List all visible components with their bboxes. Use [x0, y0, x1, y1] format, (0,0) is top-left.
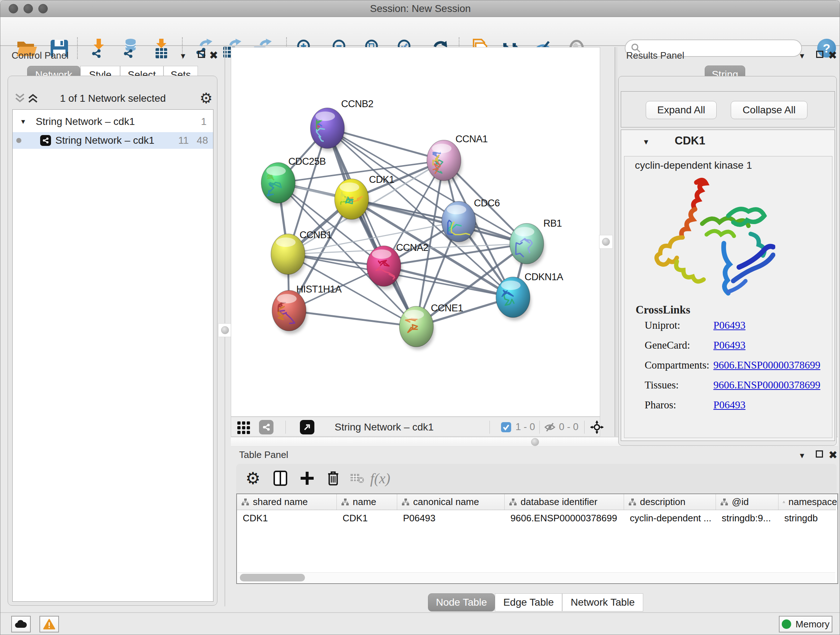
collapse-all-button[interactable]: Collapse All: [731, 101, 807, 119]
column-type-icon: [241, 498, 249, 506]
column-header[interactable]: shared name: [237, 494, 337, 510]
expand-collapse-box: Expand All Collapse All: [621, 91, 835, 127]
network-node[interactable]: [335, 179, 370, 222]
network-node[interactable]: [272, 290, 307, 334]
table-cell[interactable]: stringdb:9...: [716, 510, 778, 526]
network-collection-row[interactable]: ▼ String Network – cdk1 1: [13, 113, 213, 130]
collapse-panel-icon[interactable]: ▾: [181, 51, 185, 60]
birds-eye-view-icon[interactable]: [590, 420, 604, 434]
options-gear-icon[interactable]: ⚙: [200, 90, 213, 106]
network-node[interactable]: [496, 277, 531, 320]
collapse-panel-icon[interactable]: ▾: [800, 51, 804, 60]
crosslinks-title: CrossLinks: [636, 303, 690, 317]
collapse-panel-icon[interactable]: ▾: [800, 451, 804, 460]
crosslink-link[interactable]: P06493: [714, 339, 745, 351]
expand-all-button[interactable]: Expand All: [646, 101, 717, 119]
close-panel-icon[interactable]: ✖: [829, 450, 837, 461]
column-type-icon: [783, 498, 785, 506]
app-window: Session: New Session: [0, 0, 840, 635]
horizontal-splitter-handle[interactable]: [531, 438, 539, 446]
crosslink-label: Uniprot:: [645, 319, 680, 331]
grid-view-icon[interactable]: [237, 421, 251, 435]
network-node[interactable]: [310, 108, 346, 151]
network-row-selected[interactable]: String Network – cdk1 11 48: [13, 132, 213, 149]
memory-label: Memory: [796, 619, 829, 630]
hidden-eye-icon: [544, 422, 556, 432]
network-view-toolbar: String Network – cdk1 1 - 0 0 - 0: [231, 417, 600, 437]
crosslink-link[interactable]: 9606.ENSP00000378699: [714, 379, 821, 391]
left-splitter-handle[interactable]: [218, 323, 232, 337]
network-node[interactable]: [427, 140, 462, 184]
tab-edge-table[interactable]: Edge Table: [495, 593, 562, 611]
column-header[interactable]: canonical name: [397, 494, 505, 510]
crosslink-label: GeneCard:: [645, 339, 690, 351]
float-panel-icon[interactable]: [198, 51, 205, 58]
network-view[interactable]: CCNB2CCNA1CDC25BCDK1CDC6RB1CCNB1CCNA2CDK…: [231, 47, 600, 417]
column-header[interactable]: description: [624, 494, 716, 510]
create-column-icon[interactable]: [295, 467, 319, 490]
open-in-window-icon[interactable]: [300, 420, 314, 434]
close-panel-icon[interactable]: ✖: [828, 50, 837, 61]
node-label: CDKN1A: [524, 272, 563, 282]
table-cell[interactable]: cyclin-dependent ...: [624, 510, 716, 526]
network-view-title: String Network – cdk1: [335, 417, 434, 437]
node-table[interactable]: shared namenamecanonical namedatabase id…: [236, 494, 838, 584]
table-cell[interactable]: 9606.ENSP00000378699: [505, 510, 624, 526]
tab-node-table[interactable]: Node Table: [428, 593, 495, 611]
control-panel-title: Control Panel: [11, 50, 69, 61]
table-hscrollbar[interactable]: [238, 572, 835, 583]
network-node[interactable]: [271, 234, 306, 277]
column-header[interactable]: database identifier: [505, 494, 624, 510]
title-bar: Session: New Session: [0, 0, 840, 17]
string-style-icon[interactable]: [259, 420, 273, 434]
table-cell[interactable]: P06493: [397, 510, 505, 526]
table-cell[interactable]: stringdb: [778, 510, 837, 526]
cloud-status-button[interactable]: [11, 616, 31, 632]
toolbar-divider: [489, 421, 490, 434]
maximize-window-icon[interactable]: [38, 4, 48, 13]
column-header[interactable]: namespace: [778, 494, 837, 510]
column-header[interactable]: name: [337, 494, 397, 510]
network-node[interactable]: [261, 163, 296, 206]
network-edge[interactable]: [327, 128, 416, 326]
table-cell[interactable]: CDK1: [337, 510, 397, 526]
main-toolbar: ?: [0, 17, 840, 46]
right-splitter[interactable]: [615, 47, 615, 437]
crosslink-link[interactable]: P06493: [714, 399, 745, 411]
table-cell[interactable]: CDK1: [237, 510, 337, 526]
show-columns-icon[interactable]: [269, 467, 292, 490]
table-options-gear-icon[interactable]: ⚙: [241, 467, 264, 490]
column-type-icon: [628, 498, 636, 506]
network-node[interactable]: [442, 201, 477, 245]
node-label: CCNB1: [300, 230, 332, 241]
hscrollbar-thumb[interactable]: [240, 574, 305, 581]
float-panel-icon[interactable]: [816, 51, 823, 58]
protein-structure-image: [642, 176, 775, 303]
toolbar-divider: [286, 421, 286, 434]
close-panel-icon[interactable]: ✖: [209, 50, 218, 61]
network-edge[interactable]: [289, 310, 416, 326]
right-splitter-handle[interactable]: [599, 235, 613, 249]
protein-section: ▼ CDK1 cyclin-dependent kinase 1: [621, 130, 835, 441]
float-panel-icon[interactable]: [816, 450, 823, 458]
tab-network-table[interactable]: Network Table: [562, 593, 643, 611]
network-node[interactable]: [399, 306, 434, 350]
crosslink-label: Compartments:: [645, 359, 709, 371]
edge-count: 48: [197, 135, 208, 146]
warning-icon: [43, 619, 55, 630]
warning-status-button[interactable]: [39, 616, 59, 632]
section-expander-icon[interactable]: ▼: [643, 138, 650, 146]
column-header[interactable]: @id: [716, 494, 778, 510]
table-row[interactable]: CDK1CDK1P064939606.ENSP00000378699cyclin…: [237, 510, 836, 526]
close-window-icon[interactable]: [9, 4, 18, 13]
selected-checkbox-icon[interactable]: [501, 422, 512, 432]
protein-details: cyclin-dependent kinase 1: [624, 156, 832, 438]
table-panel: Table Panel ▾ ✖ ⚙ f(x) shared namenameca…: [235, 448, 838, 612]
crosslink-link[interactable]: 9606.ENSP00000378699: [714, 359, 821, 371]
network-node[interactable]: [510, 223, 545, 267]
memory-button[interactable]: Memory: [779, 616, 832, 632]
crosslink-link[interactable]: P06493: [714, 319, 745, 331]
tree-expander-icon[interactable]: ▼: [20, 118, 27, 126]
minimize-window-icon[interactable]: [24, 4, 33, 13]
delete-column-icon[interactable]: [322, 467, 345, 490]
